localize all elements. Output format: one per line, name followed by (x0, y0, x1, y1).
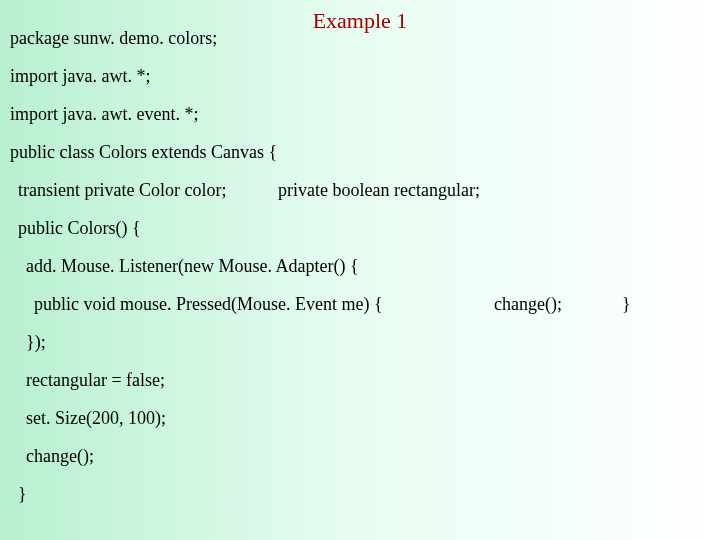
code-line: import java. awt. *; (10, 66, 150, 87)
code-line: } (18, 484, 27, 505)
code-line: import java. awt. event. *; (10, 104, 198, 125)
code-line: public void mouse. Pressed(Mouse. Event … (34, 294, 383, 315)
code-line: transient private Color color; (18, 180, 226, 201)
code-line: add. Mouse. Listener(new Mouse. Adapter(… (26, 256, 359, 277)
code-line: change(); (494, 294, 562, 315)
code-line: set. Size(200, 100); (26, 408, 166, 429)
code-line: rectangular = false; (26, 370, 165, 391)
code-line: package sunw. demo. colors; (10, 28, 217, 49)
code-line: }); (26, 332, 46, 353)
code-line: public Colors() { (18, 218, 141, 239)
code-line: } (622, 294, 631, 315)
code-line: change(); (26, 446, 94, 467)
code-line: public class Colors extends Canvas { (10, 142, 277, 163)
code-line: private boolean rectangular; (278, 180, 480, 201)
